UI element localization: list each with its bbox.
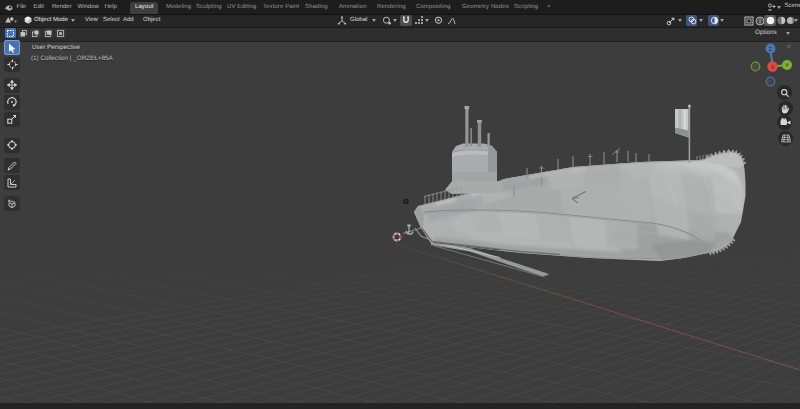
svg-text:Y: Y <box>785 63 789 69</box>
svg-text:X: X <box>771 65 775 71</box>
